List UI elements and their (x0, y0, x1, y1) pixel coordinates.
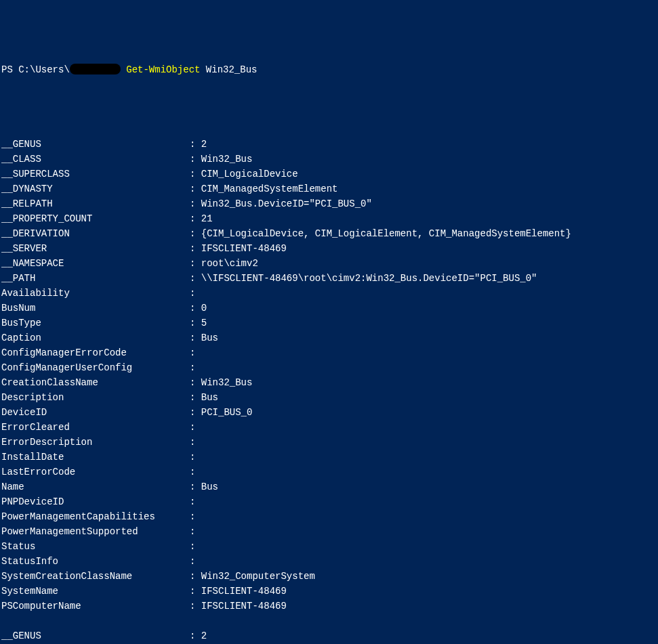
property-value: {CIM_LogicalDevice, CIM_LogicalElement, … (201, 228, 571, 239)
property-separator: : (190, 539, 201, 554)
output-row: Caption: Bus (1, 330, 657, 345)
property-name: Status (1, 539, 190, 554)
property-value: CIM_LogicalDevice (201, 169, 298, 179)
property-separator: : (190, 152, 201, 167)
property-value: IFSCLIENT-48469 (201, 601, 287, 611)
output-row: DeviceID: PCI_BUS_0 (1, 405, 657, 420)
property-name: ConfigManagerUserConfig (1, 360, 190, 375)
output-row: PSComputerName: IFSCLIENT-48469 (1, 599, 657, 614)
property-name: PowerManagementSupported (1, 524, 190, 539)
prompt-line[interactable]: PS C:\Users\ Get-WmiObject Win32_Bus (1, 62, 657, 77)
cmdlet-arg-sep (200, 64, 205, 75)
property-name: Name (1, 479, 190, 494)
output-row: InstallDate: (1, 450, 657, 465)
property-value: IFSCLIENT-48469 (201, 586, 287, 597)
property-value: IFSCLIENT-48469 (201, 243, 287, 254)
output-row: __PROPERTY_COUNT: 21 (1, 211, 657, 226)
property-separator: : (190, 509, 201, 524)
property-name: __DERIVATION (1, 226, 190, 241)
property-name: ErrorCleared (1, 420, 190, 435)
redacted-username (70, 64, 121, 74)
property-value: Win32_Bus.DeviceID="PCI_BUS_0" (201, 198, 372, 209)
property-name: Caption (1, 330, 190, 345)
property-name: __NAMESPACE (1, 256, 190, 271)
output-row: StatusInfo: (1, 554, 657, 569)
property-name: DeviceID (1, 405, 190, 420)
output-row: LastErrorCode: (1, 465, 657, 479)
property-separator: : (190, 405, 201, 420)
property-name: __CLASS (1, 152, 190, 167)
property-name: LastErrorCode (1, 465, 190, 479)
output-area: __GENUS: 2__CLASS: Win32_Bus__SUPERCLASS… (1, 137, 657, 644)
property-name: BusNum (1, 301, 190, 316)
output-row: Availability: (1, 286, 657, 301)
property-separator: : (190, 628, 201, 643)
property-separator: : (190, 450, 201, 465)
output-row: PowerManagementSupported: (1, 524, 657, 539)
property-name: BusType (1, 316, 190, 330)
property-separator: : (190, 241, 201, 256)
property-name: CreationClassName (1, 375, 190, 390)
property-separator: : (190, 554, 201, 569)
property-name: SystemCreationClassName (1, 569, 190, 584)
output-row: __DYNASTY: CIM_ManagedSystemElement (1, 181, 657, 196)
property-value: Bus (201, 392, 218, 403)
output-row: PowerManagementCapabilities: (1, 509, 657, 524)
property-separator: : (190, 390, 201, 405)
property-name: PSComputerName (1, 599, 190, 614)
output-row: __NAMESPACE: root\cimv2 (1, 256, 657, 271)
property-name: __GENUS (1, 628, 190, 643)
output-row: __GENUS: 2 (1, 628, 657, 643)
property-name: __SERVER (1, 241, 190, 256)
output-row: ConfigManagerErrorCode: (1, 345, 657, 360)
property-separator: : (190, 256, 201, 271)
property-name: Description (1, 390, 190, 405)
property-value: Win32_ComputerSystem (201, 571, 315, 582)
property-separator: : (190, 167, 201, 181)
property-value: root\cimv2 (201, 258, 258, 269)
prompt-prefix: PS C:\Users\ (1, 64, 70, 75)
output-row: __DERIVATION: {CIM_LogicalDevice, CIM_Lo… (1, 226, 657, 241)
property-name: __SUPERCLASS (1, 167, 190, 181)
output-row: __GENUS: 2 (1, 137, 657, 152)
property-separator: : (190, 226, 201, 241)
output-row: __SERVER: IFSCLIENT-48469 (1, 241, 657, 256)
property-value: PCI_BUS_0 (201, 407, 253, 418)
property-separator: : (190, 301, 201, 316)
property-name: PowerManagementCapabilities (1, 509, 190, 524)
property-separator: : (190, 330, 201, 345)
block-separator (1, 614, 657, 628)
output-row: BusType: 5 (1, 316, 657, 330)
output-row: __RELPATH: Win32_Bus.DeviceID="PCI_BUS_0… (1, 196, 657, 211)
output-row: ErrorCleared: (1, 420, 657, 435)
property-name: SystemName (1, 584, 190, 599)
property-separator: : (190, 375, 201, 390)
output-row: SystemName: IFSCLIENT-48469 (1, 584, 657, 599)
output-row: Status: (1, 539, 657, 554)
property-name: __PATH (1, 271, 190, 286)
property-separator: : (190, 420, 201, 435)
output-row: CreationClassName: Win32_Bus (1, 375, 657, 390)
property-separator: : (190, 584, 201, 599)
property-separator: : (190, 435, 201, 450)
property-value: Bus (201, 481, 218, 492)
property-separator: : (190, 494, 201, 509)
property-value: 21 (201, 213, 213, 224)
property-separator: : (190, 345, 201, 360)
property-name: ConfigManagerErrorCode (1, 345, 190, 360)
property-name: __GENUS (1, 137, 190, 152)
property-separator: : (190, 137, 201, 152)
property-separator: : (190, 286, 201, 301)
property-value: Bus (201, 332, 218, 343)
property-value: Win32_Bus (201, 154, 253, 165)
property-separator: : (190, 465, 201, 479)
property-separator: : (190, 196, 201, 211)
property-name: Availability (1, 286, 190, 301)
property-name: __PROPERTY_COUNT (1, 211, 190, 226)
property-value: 0 (201, 303, 207, 314)
property-name: __DYNASTY (1, 181, 190, 196)
property-value: CIM_ManagedSystemElement (201, 184, 338, 194)
property-name: InstallDate (1, 450, 190, 465)
output-row: ConfigManagerUserConfig: (1, 360, 657, 375)
prompt-separator (121, 64, 126, 75)
